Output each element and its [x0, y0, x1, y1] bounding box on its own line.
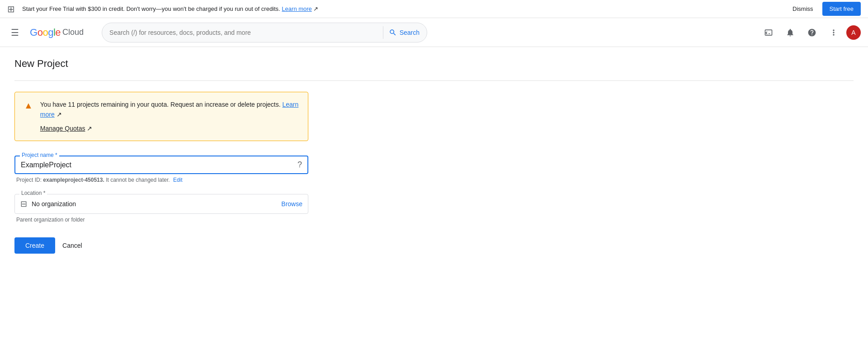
hamburger-menu-button[interactable]: ☰ — [7, 24, 23, 42]
cloud-shell-button[interactable] — [760, 24, 778, 42]
navbar: ☰ Google Cloud Search — [0, 18, 868, 47]
google-cloud-logo[interactable]: Google Cloud — [30, 27, 84, 38]
banner-text: Start your Free Trial with $300 in credi… — [22, 5, 783, 12]
project-id-value: exampleproject-450513. — [43, 177, 104, 183]
project-name-group: Project name * ? Project ID: exampleproj… — [14, 156, 308, 183]
search-bar: Search — [102, 23, 427, 42]
search-label: Search — [400, 29, 420, 36]
project-id-suffix: It cannot be changed later. — [106, 177, 170, 183]
avatar[interactable]: A — [846, 25, 861, 40]
terminal-icon — [764, 28, 773, 37]
search-icon — [389, 28, 397, 37]
help-icon — [807, 28, 816, 37]
manage-quotas-link[interactable]: Manage Quotas — [40, 123, 85, 133]
warning-box: ▲ You have 11 projects remaining in your… — [14, 92, 308, 141]
notifications-button[interactable] — [781, 24, 799, 42]
project-name-info-icon[interactable]: ? — [297, 160, 302, 170]
search-input[interactable] — [109, 29, 379, 36]
browse-button[interactable]: Browse — [281, 200, 302, 208]
page-content: New Project ▲ You have 11 projects remai… — [0, 47, 868, 264]
logo-google-text: Google — [30, 27, 61, 38]
divider — [14, 80, 854, 81]
more-options-button[interactable] — [825, 24, 843, 42]
project-name-label: Project name * — [20, 152, 59, 158]
location-hint: Parent organization or folder — [14, 217, 308, 223]
button-row: Create Cancel — [14, 237, 854, 254]
grid-icon: ⊞ — [7, 4, 15, 14]
navbar-actions: A — [760, 24, 861, 42]
project-id-prefix: Project ID: — [16, 177, 42, 183]
cancel-button[interactable]: Cancel — [62, 242, 82, 249]
search-button[interactable]: Search — [383, 26, 420, 39]
logo-cloud-text: Cloud — [62, 28, 84, 37]
help-button[interactable] — [803, 24, 821, 42]
project-name-field-wrapper: Project name * ? — [14, 156, 308, 174]
warning-icon: ▲ — [24, 100, 33, 133]
project-id-text: Project ID: exampleproject-450513. It ca… — [14, 177, 308, 183]
dismiss-button[interactable]: Dismiss — [787, 3, 819, 15]
banner-learn-more-link[interactable]: Learn more — [282, 5, 311, 12]
location-group: Location * ⊟ No organization Browse Pare… — [14, 194, 308, 223]
page-title: New Project — [14, 58, 854, 70]
location-field-wrapper: Location * ⊟ No organization Browse — [14, 194, 308, 214]
edit-project-id-link[interactable]: Edit — [173, 177, 183, 183]
warning-content: You have 11 projects remaining in your q… — [40, 99, 299, 133]
top-banner: ⊞ Start your Free Trial with $300 in cre… — [0, 0, 868, 18]
location-text: No organization — [32, 200, 277, 208]
bell-icon — [786, 28, 795, 37]
project-name-input[interactable] — [21, 161, 297, 169]
banner-message: Start your Free Trial with $300 in credi… — [22, 5, 280, 12]
warning-text: You have 11 projects remaining in your q… — [40, 101, 281, 108]
create-button[interactable]: Create — [14, 237, 55, 254]
organization-icon: ⊟ — [20, 199, 27, 209]
location-label: Location * — [19, 190, 47, 196]
start-free-button[interactable]: Start free — [822, 2, 861, 16]
more-vert-icon — [829, 28, 838, 37]
